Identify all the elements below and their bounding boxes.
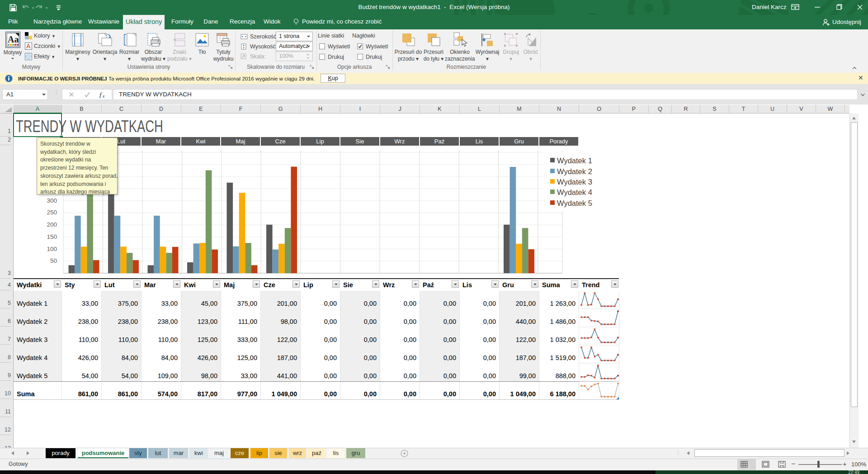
- svg-text:Aa: Aa: [8, 34, 19, 44]
- svg-text:A: A: [26, 43, 31, 50]
- svg-text:f: f: [99, 91, 102, 98]
- svg-text:x: x: [102, 94, 105, 98]
